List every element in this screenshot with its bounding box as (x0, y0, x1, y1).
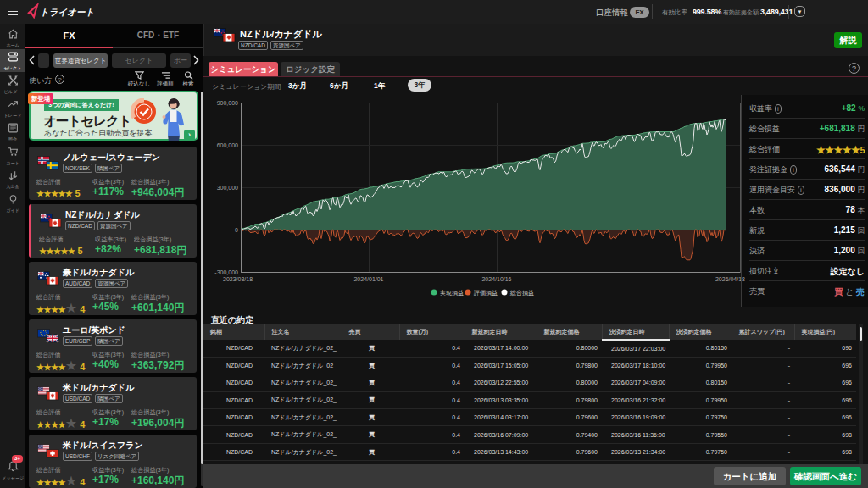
svg-text:2023/03/18: 2023/03/18 (223, 276, 253, 282)
svg-text:600,000: 600,000 (217, 142, 238, 148)
svg-text:-300,000: -300,000 (214, 269, 238, 275)
svg-text:評価損益: 評価損益 (474, 290, 498, 297)
svg-text:実現損益: 実現損益 (440, 290, 464, 297)
svg-text:300,000: 300,000 (217, 185, 238, 191)
svg-text:2024/01/01: 2024/01/01 (353, 276, 383, 282)
svg-text:0: 0 (235, 227, 238, 233)
svg-text:2024/10/16: 2024/10/16 (481, 276, 511, 282)
svg-text:900,000: 900,000 (217, 100, 238, 106)
svg-text:総合損益: 総合損益 (509, 290, 534, 297)
